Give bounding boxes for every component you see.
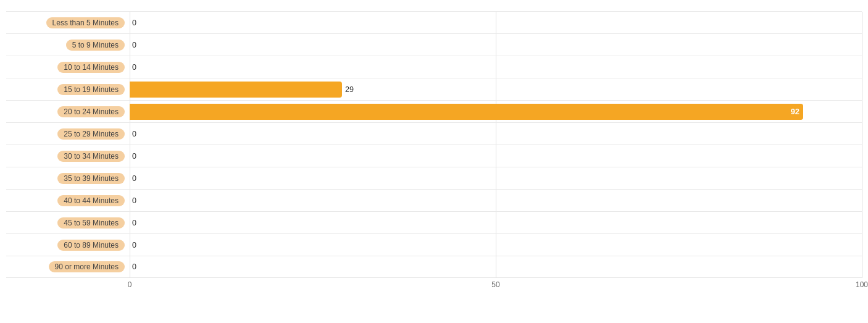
bar-track: 0 [130, 145, 862, 167]
bar-value-zero: 0 [132, 262, 136, 271]
bar-value: 29 [345, 85, 354, 94]
bar-track: 0 [130, 123, 862, 145]
bar-value-zero: 0 [132, 241, 136, 250]
bar-label-pill: 20 to 24 Minutes [57, 106, 125, 117]
bar-value-zero: 0 [132, 130, 136, 138]
bar-label-pill: 25 to 29 Minutes [57, 128, 125, 140]
bar-label-pill: 5 to 9 Minutes [66, 40, 125, 51]
bar-label: Less than 5 Minutes [6, 12, 130, 34]
chart-container: Less than 5 Minutes05 to 9 Minutes010 to… [0, 0, 868, 316]
grid-line [130, 56, 130, 78]
bar-fill: 29 [130, 82, 342, 98]
grid-line [862, 12, 862, 34]
bar-label-pill: 45 to 59 Minutes [57, 217, 125, 229]
grid-line [130, 234, 130, 256]
bar-label: 45 to 59 Minutes [6, 212, 130, 234]
grid-line [130, 256, 130, 278]
grid-line [862, 56, 862, 78]
grid-line [496, 212, 496, 234]
bars-wrapper: Less than 5 Minutes05 to 9 Minutes010 to… [6, 11, 862, 278]
x-axis-label: 100 [856, 280, 868, 289]
grid-line [130, 145, 130, 167]
bar-track: 0 [130, 12, 862, 34]
bar-label: 35 to 39 Minutes [6, 167, 130, 190]
bar-track: 0 [130, 34, 862, 56]
grid-line [130, 12, 130, 34]
grid-line [862, 212, 862, 234]
bar-label: 10 to 14 Minutes [6, 56, 130, 78]
grid-line [862, 123, 862, 145]
bar-row: 5 to 9 Minutes0 [6, 33, 862, 56]
bar-track: 0 [130, 256, 862, 278]
bar-row: 20 to 24 Minutes92 [6, 100, 862, 122]
bar-row: 40 to 44 Minutes0 [6, 189, 862, 211]
grid-line [130, 212, 130, 234]
bar-label: 15 to 19 Minutes [6, 78, 130, 101]
bar-row: Less than 5 Minutes0 [6, 11, 862, 33]
bar-value-zero: 0 [132, 174, 136, 183]
grid-line [496, 123, 496, 145]
bar-label: 20 to 24 Minutes [6, 101, 130, 123]
grid-line [862, 234, 862, 256]
grid-line [130, 34, 130, 56]
bar-fill: 92 [130, 104, 803, 120]
bar-label-pill: 35 to 39 Minutes [57, 173, 125, 184]
grid-line [496, 256, 496, 278]
bar-row: 30 to 34 Minutes0 [6, 145, 862, 167]
bar-label: 30 to 34 Minutes [6, 145, 130, 167]
bar-label: 25 to 29 Minutes [6, 123, 130, 145]
bar-value: 92 [791, 107, 799, 116]
chart-body: Less than 5 Minutes05 to 9 Minutes010 to… [6, 11, 862, 292]
bar-track: 0 [130, 234, 862, 256]
bar-label-pill: 90 or more Minutes [49, 261, 125, 272]
bar-track: 29 [130, 78, 862, 101]
grid-line [862, 256, 862, 278]
bar-label-pill: 40 to 44 Minutes [57, 195, 125, 206]
bar-row: 10 to 14 Minutes0 [6, 56, 862, 78]
bar-value-zero: 0 [132, 152, 136, 161]
bar-row: 45 to 59 Minutes0 [6, 211, 862, 233]
bar-row: 60 to 89 Minutes0 [6, 233, 862, 256]
bar-label-pill: 15 to 19 Minutes [57, 84, 125, 95]
grid-line [496, 56, 496, 78]
bar-track: 0 [130, 212, 862, 234]
bar-track: 92 [130, 101, 862, 123]
grid-line [496, 190, 496, 212]
grid-line [496, 12, 496, 34]
grid-line [130, 167, 130, 190]
x-axis-label: 50 [491, 280, 499, 289]
bar-track: 0 [130, 190, 862, 212]
grid-line [496, 145, 496, 167]
bar-label: 5 to 9 Minutes [6, 34, 130, 56]
grid-line [496, 34, 496, 56]
bar-label: 60 to 89 Minutes [6, 234, 130, 256]
bar-label: 40 to 44 Minutes [6, 190, 130, 212]
bar-value-zero: 0 [132, 63, 136, 72]
bar-track: 0 [130, 167, 862, 190]
bar-label-pill: 60 to 89 Minutes [57, 240, 125, 251]
grid-line [496, 78, 496, 101]
grid-line [862, 34, 862, 56]
grid-line [130, 190, 130, 212]
bar-label-pill: 30 to 34 Minutes [57, 151, 125, 162]
grid-line [862, 101, 862, 123]
grid-line [496, 167, 496, 190]
grid-line [862, 190, 862, 212]
grid-line [862, 167, 862, 190]
bar-value-zero: 0 [132, 219, 136, 227]
bar-value-zero: 0 [132, 196, 136, 205]
grid-line [130, 123, 130, 145]
grid-line [496, 234, 496, 256]
bar-row: 15 to 19 Minutes29 [6, 78, 862, 100]
bar-label-pill: Less than 5 Minutes [46, 17, 125, 28]
bar-label: 90 or more Minutes [6, 256, 130, 278]
bar-row: 25 to 29 Minutes0 [6, 122, 862, 145]
bar-value-zero: 0 [132, 19, 136, 27]
bar-label-pill: 10 to 14 Minutes [57, 62, 125, 73]
bar-row: 90 or more Minutes0 [6, 256, 862, 278]
bar-value-zero: 0 [132, 41, 136, 49]
bar-row: 35 to 39 Minutes0 [6, 167, 862, 189]
x-axis: 050100 [6, 279, 862, 292]
grid-line [862, 78, 862, 101]
bar-track: 0 [130, 56, 862, 78]
